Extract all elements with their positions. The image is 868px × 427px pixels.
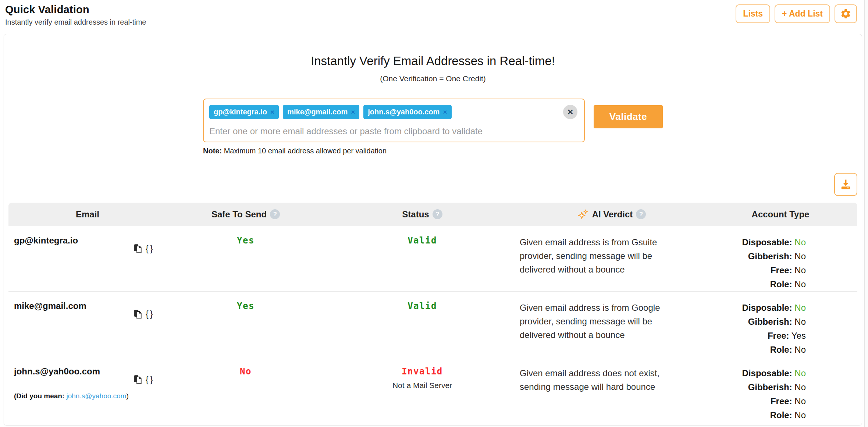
copy-icon[interactable] [133,309,143,319]
account-value: No [794,303,806,313]
account-value: No [794,317,806,327]
account-label: Free: [771,396,792,406]
account-type-cell: Disposable: No Gibberish: No Free: Yes R… [704,301,857,357]
account-line-free: Free: No [704,394,806,408]
email-value: gp@kintegra.io [14,235,78,245]
chip-remove-icon[interactable]: × [351,108,355,115]
email-cell-icons: { } [133,243,153,254]
column-header-account-type: Account Type [704,209,857,220]
help-icon[interactable]: ? [270,209,280,219]
status-value: Invalid [325,366,520,377]
email-value: john.s@yah0oo.com [14,366,100,376]
ai-verdict-cell: Given email address is from Google provi… [520,301,700,357]
download-results-button[interactable] [834,173,857,196]
chip-remove-icon[interactable]: × [270,108,274,115]
account-line-gibberish: Gibberish: No [704,380,806,394]
page-scrollbar[interactable] [864,0,868,427]
account-label: Free: [768,331,789,341]
page-subtitle: Instantly verify email addresses in real… [5,18,146,26]
account-label: Disposable: [742,237,792,247]
safe-to-send-value: Yes [237,235,255,246]
account-label: Gibberish: [748,317,792,327]
email-cell: john.s@yah0oo.com { } (Did you mean: joh… [8,366,167,422]
chip-label: gp@kintegra.io [214,108,267,116]
column-header-ai-verdict: AI Verdict ? [520,209,704,220]
account-label: Free: [771,265,792,275]
email-input[interactable]: gp@kintegra.io × mike@gmail.com × john.s… [203,99,585,142]
email-chip: mike@gmail.com × [283,105,359,119]
page-header-text: Quick Validation Instantly verify email … [5,4,146,26]
note-label: Note: [203,147,222,155]
email-chip: gp@kintegra.io × [209,105,279,119]
json-icon[interactable]: { } [146,309,153,319]
clear-input-button[interactable]: ✕ [563,105,577,119]
email-input-placeholder: Enter one or more email addresses or pas… [209,126,558,136]
gear-icon [840,8,851,19]
account-value: No [794,382,806,392]
note: Note: Maximum 10 email address allowed p… [203,147,663,155]
json-icon[interactable]: { } [146,244,153,254]
close-icon: ✕ [567,108,574,117]
status-value: Valid [325,235,520,246]
account-value: No [794,251,806,261]
column-header-status: Status ? [325,209,520,220]
validate-button[interactable]: Validate [594,105,663,128]
email-value: mike@gmail.com [14,301,86,311]
page-header: Quick Validation Instantly verify email … [0,0,868,34]
account-line-disposable: Disposable: No [704,366,806,380]
results-table: Email Safe To Send ? Status ? AI Verdict… [8,203,857,422]
header-actions: Lists + Add List [736,4,857,23]
add-list-button[interactable]: + Add List [775,4,830,23]
status-cell: Valid [325,301,520,357]
account-type-cell: Disposable: No Gibberish: No Free: No Ro… [704,366,857,422]
safe-to-send-cell: No [167,366,325,422]
settings-button[interactable] [835,4,857,23]
chip-label: mike@gmail.com [287,108,348,116]
validator: gp@kintegra.io × mike@gmail.com × john.s… [203,99,663,155]
copy-icon[interactable] [133,374,143,385]
account-line-disposable: Disposable: No [704,235,806,249]
account-type-cell: Disposable: No Gibberish: No Free: No Ro… [704,235,857,291]
chip-remove-icon[interactable]: × [443,108,447,115]
did-you-mean: (Did you mean: john.s@yahoo.com) [14,392,167,400]
ai-verdict-cell: Given email address is from Gsuite provi… [520,235,700,291]
account-label: Role: [770,279,792,289]
json-icon[interactable]: { } [146,375,153,385]
did-you-mean-link[interactable]: john.s@yahoo.com [67,392,127,400]
account-value: No [794,237,806,247]
account-label: Disposable: [742,303,792,313]
status-cell: Invalid Not a Mail Server [325,366,520,422]
safe-to-send-value: No [240,366,252,377]
table-row: gp@kintegra.io { } Yes Valid Given email… [8,226,857,291]
did-you-mean-suffix: ) [126,392,128,400]
account-value: No [794,368,806,378]
column-header-label: AI Verdict [592,209,633,220]
email-cell: mike@gmail.com { } [8,301,167,357]
safe-to-send-cell: Yes [167,235,325,291]
account-label: Gibberish: [748,382,792,392]
email-cell-icons: { } [133,309,153,319]
hero-subtitle: (One Verification = One Credit) [4,74,862,83]
account-value: Yes [791,331,806,341]
account-value: No [794,345,806,355]
account-value: No [794,396,806,406]
account-label: Role: [770,410,792,420]
account-line-free: Free: Yes [704,329,806,343]
account-value: No [794,279,806,289]
help-icon[interactable]: ? [636,209,646,219]
email-cell-icons: { } [133,374,153,385]
lists-button[interactable]: Lists [736,4,770,23]
account-line-role: Role: No [704,343,806,357]
copy-icon[interactable] [133,243,143,254]
column-header-label: Status [402,209,429,220]
account-line-disposable: Disposable: No [704,301,806,315]
account-line-gibberish: Gibberish: No [704,249,806,263]
help-icon[interactable]: ? [433,209,442,219]
sparkles-icon [577,209,589,220]
account-label: Role: [770,345,792,355]
results-table-header: Email Safe To Send ? Status ? AI Verdict… [8,203,857,226]
account-label: Gibberish: [748,251,792,261]
status-value: Valid [325,301,520,311]
status-cell: Valid [325,235,520,291]
email-chips: gp@kintegra.io × mike@gmail.com × john.s… [209,105,558,119]
